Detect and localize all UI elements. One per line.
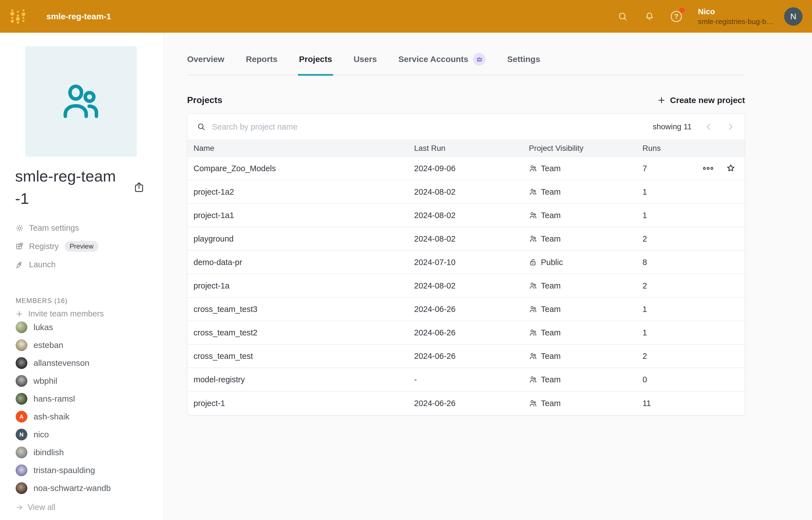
project-name[interactable]: cross_team_test2 bbox=[193, 328, 414, 337]
member-avatar: N bbox=[16, 429, 27, 440]
project-last-run: 2024-06-26 bbox=[414, 328, 529, 337]
project-search-input[interactable] bbox=[212, 122, 647, 132]
project-last-run: 2024-06-26 bbox=[414, 352, 529, 361]
col-visibility: Project Visibility bbox=[529, 144, 643, 153]
member-list-item[interactable]: tristan-spaulding bbox=[0, 461, 164, 479]
wandb-logo-icon[interactable] bbox=[9, 7, 26, 25]
project-visibility: Team bbox=[529, 305, 643, 314]
table-row[interactable]: project-1a2 2024-08-02 Team 1 bbox=[187, 180, 745, 204]
member-list-item[interactable]: wbphil bbox=[0, 372, 164, 390]
tab[interactable]: Projects bbox=[299, 53, 332, 75]
table-row[interactable]: cross_team_test 2024-06-26 Team 2 bbox=[187, 345, 745, 368]
sidebar-menu-item[interactable]: Registry Preview bbox=[0, 237, 164, 256]
tab[interactable]: Service Accounts bbox=[398, 53, 486, 75]
project-name[interactable]: cross_team_test bbox=[193, 352, 414, 361]
team-people-icon bbox=[59, 79, 103, 124]
tab[interactable]: Settings bbox=[507, 53, 540, 75]
project-name[interactable]: model-registry bbox=[193, 375, 414, 384]
project-runs: 1 bbox=[643, 328, 687, 337]
share-icon[interactable] bbox=[133, 181, 146, 194]
row-actions bbox=[687, 163, 745, 174]
projects-card: showing 11 Name Last Run Project Visibil… bbox=[187, 114, 745, 415]
member-name: nico bbox=[33, 430, 49, 439]
table-row[interactable]: Compare_Zoo_Models 2024-09-06 Team 7 bbox=[187, 157, 745, 180]
col-last-run: Last Run bbox=[414, 144, 529, 153]
project-name[interactable]: project-1a bbox=[193, 281, 414, 290]
member-avatar bbox=[16, 357, 27, 369]
project-runs: 2 bbox=[643, 352, 687, 361]
crown-badge-icon bbox=[473, 53, 486, 66]
tab[interactable]: Users bbox=[353, 53, 377, 75]
table-row[interactable]: project-1a 2024-08-02 Team 2 bbox=[187, 274, 745, 298]
member-name: tristan-spaulding bbox=[33, 466, 95, 475]
project-name[interactable]: demo-data-pr bbox=[193, 258, 414, 267]
rocket-icon bbox=[15, 260, 24, 269]
search-icon bbox=[197, 122, 206, 131]
project-name[interactable]: project-1a2 bbox=[193, 187, 414, 197]
chevron-right-icon[interactable] bbox=[726, 122, 735, 132]
project-name[interactable]: Compare_Zoo_Models bbox=[193, 164, 414, 173]
project-visibility: Team bbox=[529, 399, 643, 408]
view-all-link[interactable]: View all bbox=[16, 503, 164, 512]
member-list-item[interactable]: noa-schwartz-wandb bbox=[0, 479, 164, 497]
table-row[interactable]: playground 2024-08-02 Team 2 bbox=[187, 227, 745, 251]
user-name: Nico bbox=[698, 7, 774, 17]
project-visibility: Team bbox=[529, 211, 643, 220]
avatar[interactable]: N bbox=[784, 7, 803, 26]
project-visibility: Team bbox=[529, 375, 643, 384]
project-runs: 2 bbox=[643, 234, 687, 243]
table-row[interactable]: project-1a1 2024-08-02 Team 1 bbox=[187, 204, 745, 227]
project-name[interactable]: playground bbox=[193, 234, 414, 243]
table-row[interactable]: model-registry - Team 0 bbox=[187, 368, 745, 392]
chevron-left-icon[interactable] bbox=[704, 122, 713, 132]
help-icon[interactable]: ? bbox=[671, 11, 682, 22]
project-runs: 11 bbox=[643, 399, 687, 408]
plus-icon bbox=[657, 96, 666, 105]
member-list-item[interactable]: ibindlish bbox=[0, 443, 164, 461]
table-row[interactable]: cross_team_test3 2024-06-26 Team 1 bbox=[187, 298, 745, 321]
member-avatar bbox=[16, 393, 27, 405]
search-icon[interactable] bbox=[617, 11, 628, 22]
table-body: Compare_Zoo_Models 2024-09-06 Team 7 pro bbox=[187, 157, 745, 415]
member-list-item[interactable]: allanstevenson bbox=[0, 354, 164, 372]
member-avatar bbox=[16, 446, 27, 458]
tab-bar: Overview Reports Projects Users Service bbox=[187, 53, 745, 75]
project-visibility: Team bbox=[529, 328, 643, 337]
member-list-item[interactable]: A ash-shaik bbox=[0, 408, 164, 425]
member-list-item[interactable]: hans-ramsl bbox=[0, 390, 164, 408]
team-people-icon bbox=[529, 235, 537, 243]
team-avatar bbox=[25, 46, 137, 157]
project-runs: 0 bbox=[643, 375, 687, 384]
create-new-project-button[interactable]: Create new project bbox=[657, 96, 745, 105]
user-org: smle-registries-bug-b… bbox=[698, 17, 774, 26]
members-header: MEMBERS (16) bbox=[16, 297, 164, 305]
project-visibility: Team bbox=[529, 281, 643, 290]
team-people-icon bbox=[529, 399, 537, 408]
member-list-item[interactable]: esteban bbox=[0, 336, 164, 354]
team-people-icon bbox=[529, 352, 537, 360]
project-name[interactable]: project-1a1 bbox=[193, 211, 414, 220]
project-name[interactable]: project-1 bbox=[193, 399, 414, 408]
member-avatar bbox=[16, 375, 27, 387]
member-name: lukas bbox=[33, 322, 53, 332]
team-sidebar: smle-reg-team -1 Team settings bbox=[0, 33, 164, 520]
bell-icon[interactable] bbox=[644, 11, 655, 22]
showing-count: showing 11 bbox=[653, 122, 692, 131]
member-list-item[interactable]: lukas bbox=[0, 318, 164, 336]
tab[interactable]: Overview bbox=[187, 53, 224, 75]
table-row[interactable]: project-1 2024-06-26 Team 11 bbox=[187, 392, 745, 415]
invite-team-members-button[interactable]: Invite team members bbox=[0, 309, 164, 318]
tab[interactable]: Reports bbox=[246, 53, 277, 75]
project-last-run: 2024-07-10 bbox=[414, 258, 529, 267]
sidebar-menu-item[interactable]: Team settings bbox=[0, 219, 164, 237]
member-list-item[interactable]: N nico bbox=[0, 425, 164, 443]
table-row[interactable]: cross_team_test2 2024-06-26 Team 1 bbox=[187, 321, 745, 345]
member-name: allanstevenson bbox=[33, 358, 89, 368]
overflow-menu-icon[interactable] bbox=[703, 166, 713, 171]
star-icon[interactable] bbox=[726, 163, 736, 174]
table-row[interactable]: demo-data-pr 2024-07-10 Public 8 bbox=[187, 251, 745, 274]
project-last-run: - bbox=[414, 375, 529, 384]
user-menu[interactable]: Nico smle-registries-bug-b… bbox=[698, 7, 774, 26]
sidebar-menu-item[interactable]: Launch bbox=[0, 256, 164, 274]
project-name[interactable]: cross_team_test3 bbox=[193, 305, 414, 314]
